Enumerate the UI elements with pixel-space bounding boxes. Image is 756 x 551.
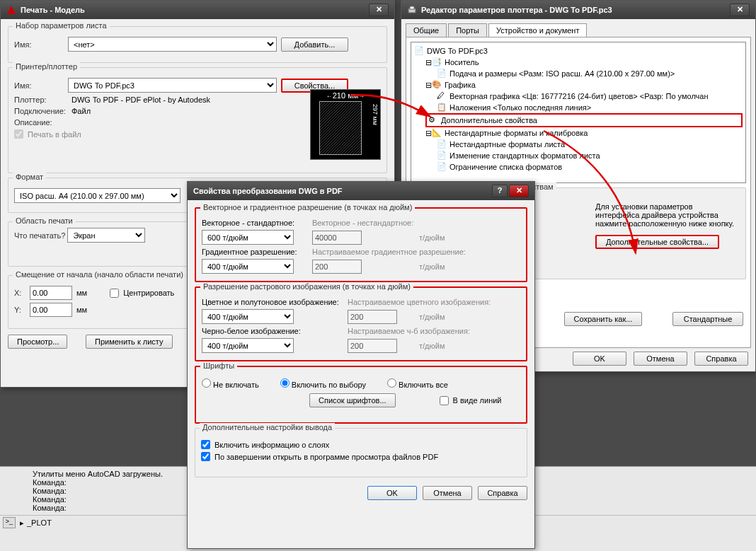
tree-limit-formats[interactable]: Ограничение списка форматов — [449, 163, 562, 171]
svg-rect-3 — [410, 6, 414, 9]
command-input[interactable]: _PLOT — [27, 518, 52, 527]
plotter-file-icon: 📄 — [414, 46, 424, 56]
paper-preview: ←210 мм→ 297 мм — [310, 89, 381, 160]
feed-icon: 📄 — [437, 69, 447, 79]
graphics-icon: 🎨 — [432, 80, 442, 90]
center-label: Центрировать — [123, 289, 174, 297]
pdf-titlebar: Свойства преобразования DWG в PDF ? ✕ — [188, 182, 534, 200]
layers-checkbox[interactable] — [201, 440, 210, 449]
custom-props-icon: ⚙ — [428, 115, 438, 125]
offset-y-label: Y: — [14, 306, 25, 314]
font-list-button[interactable]: Список шрифтов... — [309, 393, 396, 407]
bw-nonstd-label: Настраиваемое ч-б изображения: — [348, 327, 518, 335]
tree-media[interactable]: Носитель — [445, 58, 479, 66]
plotter-titlebar: Редактор параметров плоттера - DWG To PD… — [401, 1, 755, 19]
grad-select[interactable]: 400 т/дюйм — [202, 259, 294, 274]
apply-to-sheet-button[interactable]: Применить к листу — [86, 335, 173, 349]
plotter-help-button[interactable]: Справка — [694, 352, 748, 366]
close-icon[interactable]: ✕ — [730, 4, 750, 16]
bw-select[interactable]: 400 т/дюйм — [202, 338, 294, 353]
raster-group-legend: Разрешение растрового изображения (в точ… — [200, 282, 413, 291]
tree-custom-props[interactable]: Дополнительные свойства — [441, 116, 537, 124]
overlay-icon: 📋 — [437, 103, 447, 112]
what-print-select[interactable]: Экран — [67, 228, 145, 243]
tree-nonstd[interactable]: Нестандартные форматы и калибровка — [445, 129, 588, 137]
tree-vector[interactable]: Векторная графика <Цв: 16777216 (24-бит)… — [449, 92, 708, 100]
what-print-label: Что печатать? — [14, 231, 65, 240]
plotter-label: Плоттер: — [14, 95, 67, 104]
tree-root[interactable]: DWG To PDF.pc3 — [427, 47, 488, 55]
tree-nonstd-formats[interactable]: Нестандартные форматы листа — [449, 140, 565, 149]
custom-properties-button[interactable]: Дополнительные свойства... — [595, 235, 719, 249]
close-icon[interactable]: ✕ — [509, 185, 529, 197]
bw-unit: т/дюйм — [419, 342, 518, 350]
add-pageset-button[interactable]: Добавить... — [281, 37, 348, 52]
offset-y-unit: мм — [76, 306, 87, 314]
color-select[interactable]: 400 т/дюйм — [202, 309, 294, 324]
preview-button[interactable]: Просмотр... — [8, 335, 67, 349]
tree-change-formats[interactable]: Изменение стандартных форматов листа — [449, 151, 600, 160]
pdf-help-button[interactable]: Справка — [478, 486, 527, 500]
offset-x-unit: мм — [76, 289, 87, 297]
device-tree[interactable]: 📄DWG To PDF.pc3 ⊟📑Носитель 📄Подача и раз… — [411, 42, 746, 183]
color-unit: т/дюйм — [419, 313, 518, 321]
plotter-value: DWG To PDF - PDF ePlot - by Autodesk — [71, 95, 210, 104]
offset-x-input[interactable] — [30, 286, 72, 300]
grad-nonstd-label: Настраиваемое градиентное разрешение: — [312, 248, 518, 256]
vec-unit: т/дюйм — [419, 233, 518, 242]
tab-general[interactable]: Общие — [406, 23, 447, 37]
command-prompt-icon: >_ — [3, 517, 16, 528]
tab-ports[interactable]: Порты — [448, 23, 487, 37]
defaults-button[interactable]: Стандартные — [672, 312, 743, 326]
app-icon — [6, 5, 16, 15]
format-select[interactable]: ISO расш. A4 (210.00 x 297.00 мм) — [14, 188, 181, 203]
vec-nonstd-input — [312, 231, 362, 245]
printer-name-select[interactable]: DWG To PDF.pc3 — [68, 78, 277, 93]
save-as-button[interactable]: Сохранить как... — [564, 312, 642, 326]
format-legend: Формат — [13, 173, 46, 181]
format-icon: 📄 — [437, 139, 447, 149]
pageset-name-select[interactable]: <нет> — [68, 37, 277, 52]
svg-marker-0 — [7, 6, 16, 14]
plotter-ok-button[interactable]: OK — [573, 352, 626, 366]
connection-label: Подключение: — [14, 107, 67, 115]
tree-overlay[interactable]: Наложения <Только последняя линия> — [449, 103, 591, 112]
center-checkbox[interactable] — [110, 289, 119, 298]
printer-legend: Принтер/плоттер — [13, 62, 80, 71]
vector-group-legend: Векторное и градиентное разрешение (в то… — [200, 203, 415, 211]
tree-graphics[interactable]: Графика — [445, 81, 476, 89]
print-title: Печать - Модель — [21, 6, 85, 14]
bw-label: Черно-белое изображение: — [202, 327, 343, 335]
vector-icon: 🖊 — [437, 91, 447, 101]
fonts-all-radio[interactable] — [387, 378, 396, 388]
tree-feed[interactable]: Подача и размеры <Разм: ISO расш. A4 (21… — [449, 69, 675, 78]
plotter-cancel-button[interactable]: Отмена — [634, 352, 687, 366]
media-icon: 📑 — [432, 57, 442, 67]
as-lines-label: В виде линий — [453, 396, 502, 405]
fonts-choice-radio[interactable] — [280, 378, 290, 388]
pdf-ok-button[interactable]: OK — [367, 486, 417, 500]
offset-y-input[interactable] — [30, 303, 72, 317]
printer-icon — [407, 5, 417, 15]
close-icon[interactable]: ✕ — [369, 4, 389, 16]
open-after-checkbox[interactable] — [201, 452, 210, 461]
print-titlebar: Печать - Модель ✕ — [1, 1, 394, 19]
fonts-legend: Шрифты — [200, 361, 237, 370]
pdf-properties-dialog: Свойства преобразования DWG в PDF ? ✕ Ве… — [187, 181, 535, 549]
offset-x-label: X: — [14, 289, 25, 297]
pdf-cancel-button[interactable]: Отмена — [423, 486, 472, 500]
vec-std-select[interactable]: 600 т/дюйм — [202, 230, 294, 245]
tab-device[interactable]: Устройство и документ — [488, 23, 587, 37]
color-label: Цветное и полутоновое изображение: — [202, 298, 343, 306]
plotter-title: Редактор параметров плоттера - DWG To PD… — [421, 6, 612, 14]
format-icon: 📄 — [437, 151, 447, 161]
fonts-none-radio[interactable] — [202, 378, 211, 388]
nonstd-icon: 📐 — [432, 128, 442, 138]
layers-label: Включить информацию о слоях — [214, 441, 329, 449]
connection-value: Файл — [71, 107, 91, 115]
help-icon[interactable]: ? — [492, 185, 508, 197]
as-lines-checkbox[interactable] — [440, 396, 449, 405]
pageset-legend: Набор параметров листа — [13, 21, 110, 30]
color-nonstd-label: Настраиваемое цветного изображения: — [348, 298, 518, 306]
grad-label: Градиентное разрешение: — [202, 248, 308, 256]
